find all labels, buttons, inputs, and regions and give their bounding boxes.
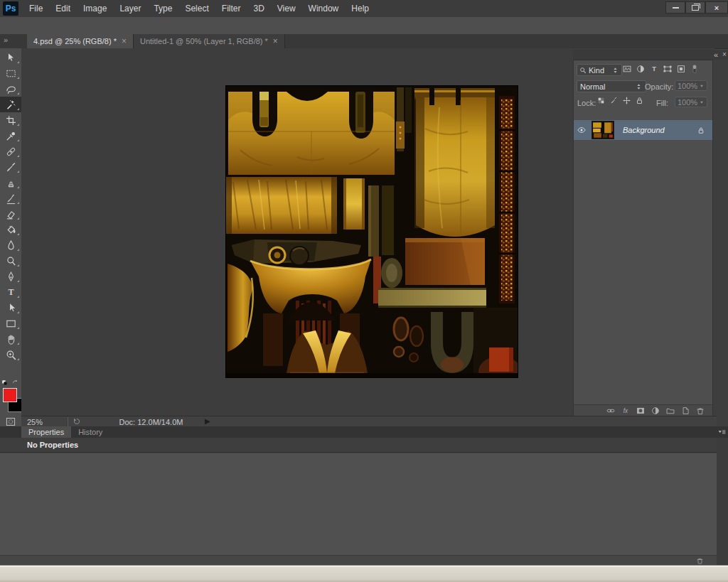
menu-filter[interactable]: Filter (215, 0, 247, 17)
quick-mask-icon[interactable] (4, 416, 17, 427)
svg-text:fx: fx (623, 407, 628, 414)
menu-window[interactable]: Window (302, 0, 346, 17)
layer-name: Background (623, 126, 665, 134)
eraser-tool[interactable] (0, 206, 21, 222)
sync-status-icon[interactable] (73, 417, 81, 426)
dock-right-strip (713, 60, 728, 426)
photoshop-window: Ps FileEditImageLayerTypeSelectFilter3DV… (0, 0, 728, 582)
layer-lock-icon (697, 126, 705, 135)
opacity-value-text: 100% (678, 82, 697, 90)
clone-stamp-tool[interactable] (0, 175, 21, 190)
zoom-tool[interactable] (0, 347, 21, 362)
menu-select[interactable]: Select (178, 0, 215, 17)
minimize-button[interactable] (665, 1, 685, 14)
filter-toggle-icon[interactable] (688, 63, 700, 75)
swap-colors-icon[interactable] (11, 379, 18, 386)
eyedropper-tool[interactable] (0, 128, 21, 144)
document-tab[interactable]: Untitled-1 @ 50% (Layer 1, RGB/8) *× (134, 34, 285, 48)
tab-close-icon[interactable]: × (273, 37, 278, 45)
panel-tab-history[interactable]: History (71, 426, 109, 438)
status-menu-arrow-icon[interactable]: ▶ (205, 417, 210, 425)
polygonal-lasso-tool[interactable] (0, 81, 21, 97)
menu-type[interactable]: Type (147, 0, 178, 17)
lock-position-icon[interactable] (622, 96, 631, 105)
crop-tool[interactable] (0, 112, 21, 128)
lock-paint-icon[interactable] (609, 96, 619, 105)
zoom-level[interactable]: 25% (27, 418, 43, 426)
menu-help[interactable]: Help (345, 0, 375, 17)
menu-image[interactable]: Image (77, 0, 113, 17)
dodge-tool[interactable] (0, 253, 21, 269)
canvas-image[interactable] (225, 85, 518, 378)
move-tool[interactable] (0, 50, 21, 65)
layer-filter-value: Kind (589, 66, 604, 75)
filter-pixel-layers-icon[interactable] (621, 63, 633, 75)
layer-effects-icon[interactable]: fx (621, 406, 631, 416)
rectangle-shape-tool[interactable] (0, 316, 21, 331)
hand-tool[interactable] (0, 331, 21, 347)
pen-tool[interactable] (0, 269, 21, 284)
filter-type-layers-icon[interactable]: T (648, 63, 660, 75)
new-layer-icon[interactable] (680, 406, 690, 416)
magic-wand-tool[interactable] (0, 97, 21, 112)
restore-button[interactable] (685, 1, 705, 14)
menu-file[interactable]: File (23, 0, 49, 17)
blur-tool[interactable] (0, 237, 21, 253)
brush-tool[interactable] (0, 159, 21, 175)
bottom-panel-tabs: PropertiesHistory (0, 426, 728, 438)
menu-view[interactable]: View (271, 0, 302, 17)
type-tool[interactable]: T (0, 284, 21, 300)
close-button[interactable]: × (705, 1, 728, 14)
layer-filter-dropdown[interactable]: Kind (577, 64, 622, 76)
add-layer-mask-icon[interactable] (636, 406, 646, 416)
collapse-panels-icon[interactable]: « (714, 50, 718, 59)
path-selection-tool[interactable] (0, 300, 21, 316)
foreground-color-swatch[interactable] (3, 388, 17, 402)
document-size-readout[interactable]: Doc: 12.0M/14.0M (103, 418, 199, 426)
visibility-eye-icon[interactable] (574, 125, 589, 135)
mixer-brush-tool[interactable] (0, 190, 21, 206)
document-tab[interactable]: 4.psd @ 25% (RGB/8) *× (27, 34, 134, 48)
properties-panel-menu-icon[interactable] (717, 428, 727, 437)
menu-3d[interactable]: 3D (247, 0, 270, 17)
layers-panel-footer: fx (574, 404, 712, 416)
restore-icon (692, 5, 699, 11)
filter-smart-objects-icon[interactable] (675, 63, 687, 75)
tool-options-bar: Sample Size: Point Sample Tolerance: ✓An… (0, 17, 728, 35)
filter-adjustment-layers-icon[interactable] (634, 63, 646, 75)
new-group-icon[interactable] (665, 406, 675, 416)
tools-collapse-icon[interactable]: » (4, 36, 7, 44)
properties-panel-footer (0, 555, 717, 566)
tools-list: T (0, 48, 21, 362)
panel-tab-properties[interactable]: Properties (21, 426, 71, 438)
fill-value-text: 100% (678, 98, 697, 107)
fill-value[interactable]: 100% (675, 97, 707, 107)
filter-shape-layers-icon[interactable] (661, 63, 673, 75)
lock-all-icon[interactable] (635, 96, 644, 105)
layer-thumbnail[interactable] (592, 121, 614, 139)
paint-bucket-tool[interactable] (0, 222, 21, 237)
tab-title: Untitled-1 @ 50% (Layer 1, RGB/8) * (140, 37, 268, 45)
blend-mode-dropdown[interactable]: Normal (577, 80, 646, 92)
close-panel-group-icon[interactable]: × (722, 50, 727, 58)
delete-layer-icon[interactable] (695, 406, 705, 416)
layers-panel: Kind T Normal Opacity: 100% Lock: Fill: … (573, 60, 713, 416)
menu-layer[interactable]: Layer (113, 0, 147, 17)
divider (67, 417, 68, 426)
layer-row-background[interactable]: Background (574, 120, 712, 140)
lock-transparency-icon[interactable] (596, 96, 606, 105)
caret-down-icon (699, 99, 705, 105)
link-layers-icon[interactable] (606, 406, 616, 416)
new-adjustment-layer-icon[interactable] (651, 406, 660, 416)
properties-panel-content (0, 453, 717, 555)
rectangular-marquee-tool[interactable] (0, 65, 21, 81)
fill-label: Fill: (656, 99, 668, 107)
opacity-value[interactable]: 100% (675, 80, 707, 91)
default-colors-icon[interactable] (1, 379, 8, 386)
opacity-label: Opacity: (645, 82, 673, 91)
status-bar: 25% Doc: 12.0M/14.0M ▶ (21, 416, 717, 427)
spot-healing-brush-tool[interactable] (0, 144, 21, 159)
tab-close-icon[interactable]: × (122, 37, 127, 45)
delete-icon[interactable] (695, 556, 705, 565)
menu-edit[interactable]: Edit (49, 0, 77, 17)
